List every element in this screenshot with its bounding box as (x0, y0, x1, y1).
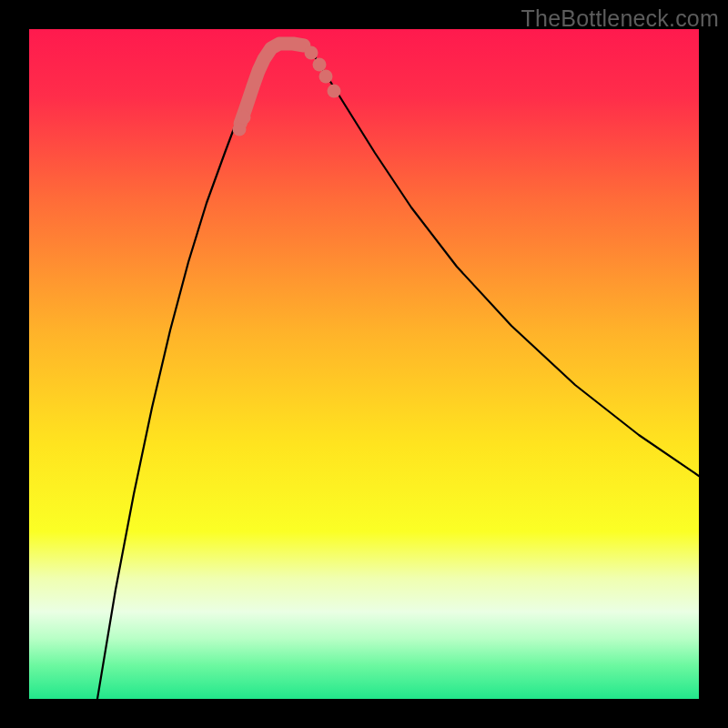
chart-svg (29, 29, 699, 699)
highlight-dot (319, 70, 333, 84)
gradient-background (29, 29, 699, 699)
highlight-dot (305, 46, 318, 60)
chart-frame: TheBottleneck.com (0, 0, 728, 728)
watermark-text: TheBottleneck.com (521, 5, 719, 32)
highlight-dot (238, 111, 251, 125)
highlight-dot (313, 58, 327, 72)
highlight-dot (328, 85, 341, 98)
highlight-dot (233, 123, 247, 136)
plot-area (29, 29, 699, 699)
